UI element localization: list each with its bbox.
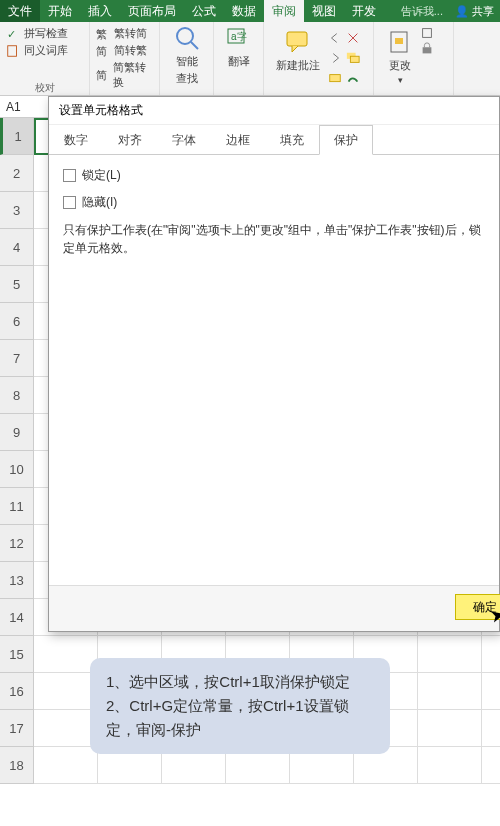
row-header[interactable]: 5 xyxy=(0,266,34,303)
svg-rect-7 xyxy=(330,74,341,81)
lock-checkbox[interactable] xyxy=(63,169,76,182)
row-header[interactable]: 18 xyxy=(0,747,34,784)
dialog-tab-align[interactable]: 对齐 xyxy=(103,125,157,155)
trad-to-simp-label: 简转繁 xyxy=(114,43,147,58)
dialog-tab-border[interactable]: 边框 xyxy=(211,125,265,155)
tab-home[interactable]: 开始 xyxy=(40,0,80,22)
trad-to-simp-button[interactable]: 简 简转繁 xyxy=(96,43,153,58)
change-label: 更改 xyxy=(389,58,411,73)
row-header[interactable]: 11 xyxy=(0,488,34,525)
row-header[interactable]: 2 xyxy=(0,155,34,192)
spellcheck-icon: ✓ xyxy=(6,27,20,41)
dialog-tab-protect[interactable]: 保护 xyxy=(319,125,373,155)
svg-rect-11 xyxy=(395,38,403,44)
new-comment-label: 新建批注 xyxy=(276,58,320,73)
tab-insert[interactable]: 插入 xyxy=(80,0,120,22)
delete-comment-icon[interactable] xyxy=(346,31,360,45)
svg-rect-9 xyxy=(350,57,359,63)
ribbon: ✓ 拼写检查 同义词库 校对 繁 繁转简 简 简转繁 简 简繁转换 智能 xyxy=(0,22,500,96)
row-header[interactable]: 16 xyxy=(0,673,34,710)
new-comment-icon xyxy=(284,28,312,56)
row-header[interactable]: 17 xyxy=(0,710,34,747)
translate-label: 翻译 xyxy=(228,54,250,69)
spellcheck-label: 拼写检查 xyxy=(24,26,68,41)
svg-text:✓: ✓ xyxy=(7,27,16,39)
protect-sheet-icon[interactable] xyxy=(420,26,434,40)
menu-bar: 文件 开始 插入 页面布局 公式 数据 审阅 视图 开发 告诉我... 👤 共享 xyxy=(0,0,500,22)
trad-to-simp-icon: 简 xyxy=(96,44,110,58)
spellcheck-button[interactable]: ✓ 拼写检查 xyxy=(6,26,83,41)
convert-toggle-icon: 简 xyxy=(96,68,109,82)
dialog-title: 设置单元格格式 xyxy=(49,97,499,125)
row-header[interactable]: 4 xyxy=(0,229,34,266)
ink-icon[interactable] xyxy=(346,72,360,86)
protect-book-icon[interactable] xyxy=(420,42,434,56)
ribbon-group-convert: 繁 繁转简 简 简转繁 简 简繁转换 xyxy=(90,22,160,95)
svg-rect-13 xyxy=(423,47,432,53)
thesaurus-label: 同义词库 xyxy=(24,43,68,58)
ribbon-group-change: 更改 ▾ xyxy=(374,22,454,95)
new-comment-button[interactable]: 新建批注 xyxy=(270,26,326,91)
hide-label: 隐藏(I) xyxy=(82,194,117,211)
next-comment-icon[interactable] xyxy=(328,51,342,65)
tab-data[interactable]: 数据 xyxy=(224,0,264,22)
smart-lookup-button[interactable]: 智能 查找 xyxy=(160,22,214,95)
hide-checkbox[interactable] xyxy=(63,196,76,209)
tab-review[interactable]: 审阅 xyxy=(264,0,304,22)
tab-layout[interactable]: 页面布局 xyxy=(120,0,184,22)
instruction-callout: 1、选中区域，按Ctrl+1取消保护锁定 2、Ctrl+G定位常量，按Ctrl+… xyxy=(90,658,390,754)
row-header[interactable]: 6 xyxy=(0,303,34,340)
prev-comment-icon[interactable] xyxy=(328,31,342,45)
svg-line-3 xyxy=(191,42,198,49)
row-header[interactable]: 1 xyxy=(0,118,34,155)
proof-group-label: 校对 xyxy=(0,81,89,95)
hide-checkbox-row[interactable]: 隐藏(I) xyxy=(63,194,485,211)
row-header[interactable]: 12 xyxy=(0,525,34,562)
callout-line: 1、选中区域，按Ctrl+1取消保护锁定 xyxy=(106,670,374,694)
lock-label: 锁定(L) xyxy=(82,167,121,184)
convert-toggle-button[interactable]: 简 简繁转换 xyxy=(96,60,153,90)
change-button[interactable]: 更改 ▾ xyxy=(380,26,420,91)
tab-view[interactable]: 视图 xyxy=(304,0,344,22)
show-all-icon[interactable] xyxy=(346,51,360,65)
simp-to-trad-button[interactable]: 繁 繁转简 xyxy=(96,26,153,41)
name-box[interactable]: A1 xyxy=(0,100,50,114)
tab-formula[interactable]: 公式 xyxy=(184,0,224,22)
protect-icon xyxy=(386,28,414,56)
ribbon-group-proof: ✓ 拼写检查 同义词库 校对 xyxy=(0,22,90,95)
row-header[interactable]: 3 xyxy=(0,192,34,229)
format-cells-dialog: 设置单元格格式 数字 对齐 字体 边框 填充 保护 锁定(L) 隐藏(I) 只有… xyxy=(48,96,500,632)
svg-point-2 xyxy=(177,28,193,44)
smart-lookup-sub: 查找 xyxy=(176,71,198,86)
dialog-tab-number[interactable]: 数字 xyxy=(49,125,103,155)
dialog-tab-fill[interactable]: 填充 xyxy=(265,125,319,155)
translate-icon: a字 xyxy=(225,24,253,52)
show-comment-icon[interactable] xyxy=(328,72,342,86)
simp-to-trad-icon: 繁 xyxy=(96,27,110,41)
tab-file[interactable]: 文件 xyxy=(0,0,40,22)
thesaurus-icon xyxy=(6,44,20,58)
tell-me-search[interactable]: 告诉我... xyxy=(401,4,449,19)
smart-lookup-label: 智能 xyxy=(176,54,198,69)
row-header[interactable]: 15 xyxy=(0,636,34,673)
dialog-body: 锁定(L) 隐藏(I) 只有保护工作表(在"审阅"选项卡上的"更改"组中，单击"… xyxy=(49,155,499,585)
convert-toggle-label: 简繁转换 xyxy=(113,60,153,90)
row-header[interactable]: 9 xyxy=(0,414,34,451)
dialog-tab-font[interactable]: 字体 xyxy=(157,125,211,155)
tab-dev[interactable]: 开发 xyxy=(344,0,384,22)
smart-lookup-icon xyxy=(173,24,201,52)
svg-text:a字: a字 xyxy=(231,31,247,42)
share-button[interactable]: 👤 共享 xyxy=(449,4,500,19)
lock-checkbox-row[interactable]: 锁定(L) xyxy=(63,167,485,184)
svg-rect-6 xyxy=(287,32,307,46)
row-header[interactable]: 13 xyxy=(0,562,34,599)
row-header[interactable]: 7 xyxy=(0,340,34,377)
row-header[interactable]: 8 xyxy=(0,377,34,414)
thesaurus-button[interactable]: 同义词库 xyxy=(6,43,83,58)
callout-line: 2、Ctrl+G定位常量，按Ctrl+1设置锁定，审阅-保护 xyxy=(106,694,374,742)
simp-to-trad-label: 繁转简 xyxy=(114,26,147,41)
translate-button[interactable]: a字 翻译 xyxy=(214,22,264,95)
row-header[interactable]: 14 xyxy=(0,599,34,636)
share-icon: 👤 xyxy=(455,5,469,17)
row-header[interactable]: 10 xyxy=(0,451,34,488)
